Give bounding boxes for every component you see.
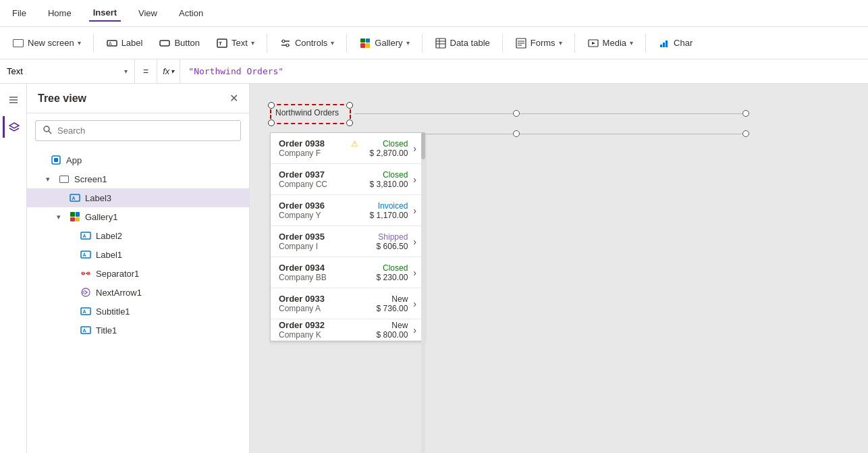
svg-rect-9	[436, 38, 445, 48]
layers-icon[interactable]	[3, 116, 24, 138]
gallery-row-5-top: Order 0933 New	[279, 294, 408, 304]
label3-icon: A	[69, 192, 81, 204]
handle-tl[interactable]	[268, 102, 275, 109]
main-layout: Tree view ✕ App ▾	[0, 84, 868, 453]
menu-home[interactable]: Home	[44, 5, 76, 21]
gallery-row-4[interactable]: Order 0934 Closed Company BB $ 230.00 ›	[271, 257, 425, 288]
chevron-2: ›	[413, 205, 416, 216]
tree-close-button[interactable]: ✕	[229, 92, 238, 105]
tree-search-container	[35, 120, 241, 141]
svg-text:A: A	[83, 309, 86, 314]
handle-bl[interactable]	[268, 119, 275, 126]
app-icon	[50, 154, 62, 166]
chevron-5: ›	[413, 298, 416, 309]
tree-label3-label: Label3	[85, 193, 111, 203]
media-button[interactable]: Media ▾	[580, 34, 640, 53]
text-tool-button[interactable]: T Text ▾	[209, 34, 261, 53]
tree-item-separator1[interactable]: Separator1	[27, 264, 249, 283]
toolbar-sep-7	[645, 34, 646, 53]
tree-item-title1[interactable]: A Title1	[27, 321, 249, 340]
tree-items: App ▾ Screen1 A Label3 ▾	[27, 148, 249, 453]
tree-item-label1[interactable]: A Label1	[27, 245, 249, 264]
label-icon: A	[106, 37, 118, 49]
formula-select-chevron: ▾	[124, 68, 128, 75]
menu-action[interactable]: Action	[175, 5, 207, 21]
company-1: Company CC	[279, 180, 327, 189]
tree-item-nextarrow1[interactable]: NextArrow1	[27, 283, 249, 302]
sidebar-icons	[0, 84, 27, 453]
forms-button[interactable]: Forms ▾	[508, 34, 569, 53]
gallery-row-0-bottom: Company F $ 2,870.00	[279, 149, 408, 158]
gallery-row-5[interactable]: Order 0933 New Company A $ 736.00 ›	[271, 288, 425, 319]
label-button[interactable]: A Label	[99, 34, 150, 53]
forms-chevron: ▾	[559, 39, 562, 47]
selected-label-wrapper[interactable]: Northwind Orders	[270, 104, 351, 124]
toolbar-sep-5	[502, 34, 503, 53]
handle-br[interactable]	[346, 119, 353, 126]
tree-search-input[interactable]	[57, 126, 234, 136]
gallery-row-3[interactable]: Order 0935 Shipped Company I $ 606.50 ›	[271, 226, 425, 257]
new-screen-button[interactable]: New screen ▾	[5, 34, 88, 53]
tree-item-label2[interactable]: A Label2	[27, 226, 249, 245]
gallery-row-6[interactable]: Order 0932 New Company K $ 800.00 ›	[271, 319, 425, 341]
tree-item-screen1[interactable]: ▾ Screen1	[27, 169, 249, 188]
tree-item-app[interactable]: App	[27, 151, 249, 169]
equals-sign: =	[143, 66, 148, 77]
formula-input-value: "Northwind Orders"	[180, 66, 868, 76]
amount-1: $ 3,810.00	[370, 180, 408, 189]
app-canvas: Northwind Orders	[263, 97, 749, 453]
gallery-row-0[interactable]: Order 0938 ⚠ Closed Company F $ 2,870.00…	[271, 133, 425, 164]
status-1: Closed	[383, 170, 408, 180]
gallery-scrollbar[interactable]	[421, 132, 425, 453]
tree-item-subtitle1[interactable]: A Subtitle1	[27, 302, 249, 321]
gallery-scroll-thumb[interactable]	[421, 132, 425, 159]
svg-line-27	[49, 131, 51, 134]
label-selection-box: Northwind Orders	[270, 104, 351, 124]
order-0-num: Order 0938	[279, 138, 325, 149]
svg-marker-18	[592, 42, 595, 45]
button-tool-button[interactable]: Button	[152, 34, 207, 53]
svg-rect-19	[660, 45, 662, 47]
gallery-row-1-bottom: Company CC $ 3,810.00	[279, 180, 408, 189]
company-6: Company K	[279, 330, 321, 340]
data-table-button[interactable]: Data table	[428, 34, 497, 53]
svg-rect-21	[666, 41, 668, 47]
chart-button[interactable]: Char	[651, 34, 699, 53]
formula-select-dropdown[interactable]: Text ▾	[0, 59, 135, 83]
menu-bar: File Home Insert View Action	[0, 0, 868, 27]
new-screen-icon	[12, 37, 24, 49]
status-5: New	[391, 294, 408, 304]
separator1-icon	[80, 267, 92, 279]
svg-rect-2	[160, 41, 169, 46]
svg-text:A: A	[72, 196, 76, 201]
gallery-row-3-bottom: Company I $ 606.50	[279, 242, 408, 251]
gallery-row-2[interactable]: Order 0936 Invoiced Company Y $ 1,170.00…	[271, 195, 425, 226]
tree-item-gallery1[interactable]: ▾ Gallery1	[27, 207, 249, 226]
formula-fx: fx ▾	[157, 59, 180, 83]
tree-label1-label: Label1	[96, 250, 122, 260]
handle-tr[interactable]	[346, 102, 353, 109]
tree-item-label3[interactable]: A Label3	[27, 188, 249, 207]
gallery-button[interactable]: Gallery ▾	[352, 34, 416, 53]
svg-rect-29	[54, 158, 58, 162]
gallery-row-6-top: Order 0932 New	[279, 320, 408, 330]
menu-insert[interactable]: Insert	[89, 5, 121, 22]
warning-0: ⚠	[351, 139, 358, 149]
svg-marker-25	[9, 123, 19, 128]
chart-label: Char	[674, 38, 693, 48]
company-3: Company I	[279, 242, 318, 251]
menu-file[interactable]: File	[8, 5, 30, 21]
menu-view[interactable]: View	[134, 5, 161, 21]
amount-3: $ 606.50	[377, 242, 408, 251]
hamburger-icon[interactable]	[3, 89, 24, 111]
controls-label: Controls	[295, 38, 327, 48]
gallery1-icon	[69, 211, 81, 223]
new-screen-label: New screen	[28, 38, 74, 48]
gallery-row-1[interactable]: Order 0937 Closed Company CC $ 3,810.00 …	[271, 164, 425, 195]
svg-point-26	[44, 126, 49, 132]
svg-text:T: T	[219, 41, 222, 47]
tree-app-label: App	[66, 155, 82, 165]
company-4: Company BB	[279, 273, 327, 282]
controls-button[interactable]: Controls ▾	[273, 34, 341, 53]
svg-point-40	[82, 292, 84, 294]
